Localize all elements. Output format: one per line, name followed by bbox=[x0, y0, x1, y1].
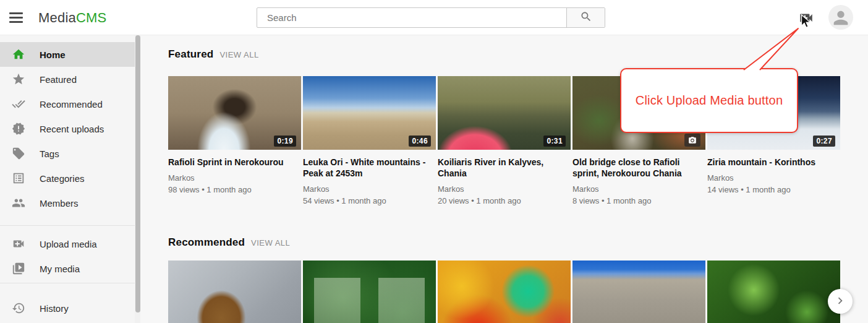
duration-badge: 0:19 bbox=[274, 136, 296, 147]
callout-tooltip: Click Upload Media button bbox=[620, 68, 798, 133]
video-title[interactable]: Leuka Ori - White mountains - Peak at 24… bbox=[303, 157, 436, 179]
video-author[interactable]: Markos bbox=[707, 173, 840, 183]
done-all-icon bbox=[12, 97, 25, 111]
sidebar-item-label: History bbox=[40, 303, 69, 314]
sidebar-scrollbar[interactable] bbox=[135, 35, 140, 323]
upload-media-button[interactable] bbox=[798, 10, 814, 26]
sidebar-item-label: Tags bbox=[40, 149, 59, 159]
sidebar-item-categories[interactable]: Categories bbox=[0, 166, 135, 191]
sidebar-item-my-media[interactable]: My media bbox=[0, 256, 135, 281]
logo-cms: CMS bbox=[76, 10, 107, 25]
sidebar-item-featured[interactable]: Featured bbox=[0, 67, 135, 92]
top-bar: MediaCMS bbox=[0, 0, 868, 35]
callout-text: Click Upload Media button bbox=[636, 93, 783, 108]
video-card[interactable] bbox=[303, 261, 436, 323]
video-meta: 54 views • 1 month ago bbox=[303, 196, 436, 206]
video-card[interactable] bbox=[168, 261, 301, 323]
scrollbar-thumb[interactable] bbox=[135, 35, 140, 312]
sidebar-item-upload-media[interactable]: Upload media bbox=[0, 231, 135, 256]
video-card[interactable] bbox=[438, 261, 571, 323]
video-library-icon bbox=[12, 262, 25, 275]
video-card[interactable]: 0:19 Rafioli Sprint in Nerokourou Markos… bbox=[168, 76, 301, 206]
video-meta: 14 views • 1 month ago bbox=[707, 184, 840, 195]
app-logo[interactable]: MediaCMS bbox=[38, 0, 106, 35]
sidebar-item-label: Members bbox=[40, 198, 79, 209]
logo-media: Media bbox=[38, 10, 76, 25]
video-author[interactable]: Markos bbox=[168, 173, 301, 183]
photo-icon bbox=[684, 134, 700, 147]
video-meta: 8 views • 1 month ago bbox=[572, 196, 705, 206]
sidebar: Home Featured Recommended Recent uploads… bbox=[0, 35, 135, 323]
duration-badge: 0:31 bbox=[543, 136, 566, 147]
video-author[interactable]: Markos bbox=[438, 184, 571, 194]
sidebar-item-label: Recent uploads bbox=[40, 124, 104, 134]
recommended-cards-row bbox=[168, 261, 840, 323]
sidebar-item-tags[interactable]: Tags bbox=[0, 141, 135, 166]
video-title[interactable]: Rafioli Sprint in Nerokourou bbox=[168, 157, 301, 168]
video-title[interactable]: Ziria mountain - Korinthos bbox=[707, 157, 840, 168]
history-icon bbox=[12, 301, 25, 315]
video-author[interactable]: Markos bbox=[572, 184, 705, 194]
video-thumbnail[interactable] bbox=[168, 261, 301, 323]
sidebar-item-label: Categories bbox=[40, 173, 85, 184]
sidebar-item-recent-uploads[interactable]: Recent uploads bbox=[0, 116, 135, 141]
sidebar-item-label: Featured bbox=[40, 74, 77, 85]
video-author[interactable]: Markos bbox=[303, 184, 436, 194]
tag-icon bbox=[12, 147, 25, 160]
search-button[interactable] bbox=[566, 8, 605, 27]
video-thumbnail[interactable] bbox=[438, 261, 571, 323]
list-alt-icon bbox=[12, 171, 25, 185]
mediacms-app: MediaCMS Home Featured Recommended bbox=[0, 0, 868, 323]
home-icon bbox=[12, 48, 25, 61]
section-title: Featured bbox=[168, 48, 213, 61]
sidebar-divider bbox=[0, 283, 135, 283]
video-thumbnail[interactable] bbox=[303, 261, 436, 323]
search-input[interactable] bbox=[257, 8, 566, 27]
hamburger-menu-icon[interactable] bbox=[9, 11, 24, 24]
video-thumbnail[interactable] bbox=[707, 261, 840, 323]
new-releases-icon bbox=[12, 122, 25, 136]
sidebar-item-home[interactable]: Home bbox=[0, 42, 135, 67]
duration-badge: 0:46 bbox=[409, 136, 431, 147]
sidebar-item-history[interactable]: History bbox=[0, 296, 135, 321]
star-icon bbox=[12, 72, 25, 86]
sidebar-item-label: Upload media bbox=[40, 239, 97, 249]
video-thumbnail[interactable]: 0:19 bbox=[168, 76, 301, 150]
sidebar-item-label: My media bbox=[40, 264, 80, 274]
video-card[interactable]: 0:31 Koiliaris River in Kalyves, Chania … bbox=[438, 76, 571, 206]
section-title: Recommended bbox=[168, 236, 245, 249]
video-title[interactable]: Koiliaris River in Kalyves, Chania bbox=[438, 157, 571, 179]
duration-badge: 0:27 bbox=[813, 136, 835, 147]
carousel-next-button[interactable] bbox=[828, 289, 853, 314]
sidebar-item-label: Home bbox=[40, 50, 66, 60]
view-all-link[interactable]: VIEW ALL bbox=[219, 50, 258, 59]
video-call-icon bbox=[798, 17, 814, 28]
user-avatar[interactable] bbox=[828, 5, 853, 30]
sidebar-item-label: Recommended bbox=[40, 99, 103, 110]
video-meta: 98 views • 1 month ago bbox=[168, 184, 301, 195]
video-card[interactable]: 0:46 Leuka Ori - White mountains - Peak … bbox=[303, 76, 436, 206]
view-all-link[interactable]: VIEW ALL bbox=[251, 238, 290, 248]
sidebar-item-recommended[interactable]: Recommended bbox=[0, 92, 135, 116]
chevron-right-icon bbox=[833, 294, 847, 309]
video-meta: 20 views • 1 month ago bbox=[438, 196, 571, 206]
video-title[interactable]: Old bridge close to Rafioli sprint, Nero… bbox=[572, 157, 705, 179]
video-call-icon bbox=[12, 237, 25, 251]
sidebar-divider bbox=[0, 225, 135, 226]
recommended-section: Recommended VIEW ALL bbox=[168, 236, 840, 323]
people-icon bbox=[12, 196, 25, 210]
video-card[interactable] bbox=[572, 261, 705, 323]
search-icon bbox=[580, 11, 592, 25]
search-bar bbox=[257, 7, 605, 28]
video-thumbnail[interactable] bbox=[572, 261, 705, 323]
video-card[interactable] bbox=[707, 261, 840, 323]
sidebar-item-members[interactable]: Members bbox=[0, 191, 135, 215]
video-thumbnail[interactable]: 0:46 bbox=[303, 76, 436, 150]
video-thumbnail[interactable]: 0:31 bbox=[438, 76, 571, 150]
